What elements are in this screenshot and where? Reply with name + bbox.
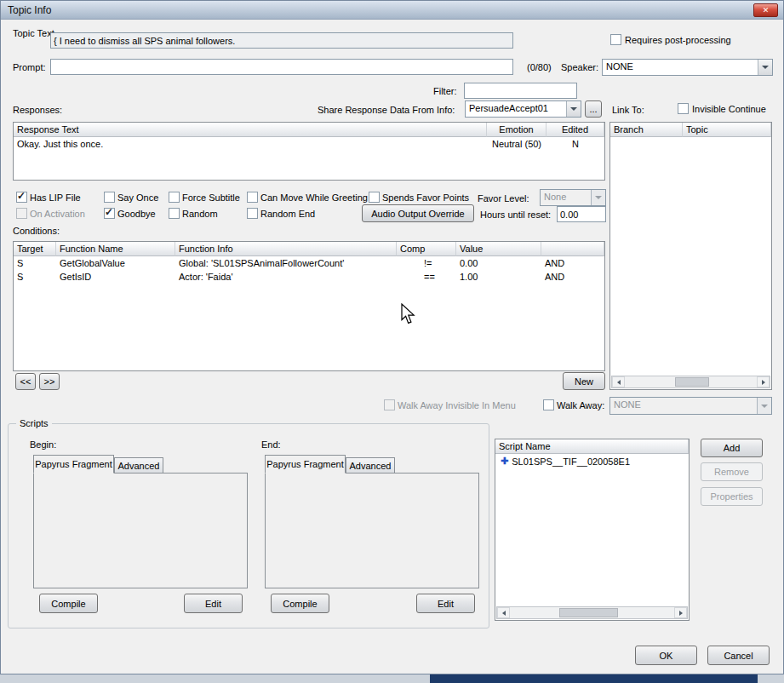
column-header-function-name[interactable]: Function Name	[56, 242, 175, 256]
say-once-checkbox[interactable]	[104, 192, 115, 203]
random-end-checkbox[interactable]	[247, 208, 258, 219]
scroll-right-icon[interactable]	[757, 376, 770, 387]
walk-away-label: Walk Away:	[557, 399, 604, 411]
conditions-next-button[interactable]: >>	[39, 373, 60, 390]
script-list: Script Name ✚ SL01SPS__TIF__020058E1	[495, 439, 690, 621]
chevron-down-icon[interactable]	[758, 60, 772, 75]
end-tabpage	[265, 473, 479, 588]
script-plus-icon: ✚	[495, 456, 512, 467]
walk-away-invisible-label: Walk Away Invisible In Menu	[398, 399, 516, 411]
spends-favor-points-checkbox[interactable]	[369, 192, 380, 203]
script-list-hscrollbar[interactable]	[496, 606, 688, 619]
condition-row[interactable]: S GetIsID Actor: 'Faida' == 1.00 AND	[14, 270, 604, 284]
prompt-input[interactable]	[50, 59, 513, 75]
close-icon: ✕	[763, 6, 770, 14]
end-compile-button[interactable]: Compile	[271, 594, 329, 613]
column-header-edited[interactable]: Edited	[547, 123, 604, 137]
window-title: Topic Info	[8, 4, 51, 16]
response-row[interactable]: Okay. Just this once. Neutral (50) N	[14, 137, 604, 151]
tab-begin-advanced[interactable]: Advanced	[114, 457, 163, 474]
goodbye-checkbox[interactable]	[104, 208, 115, 219]
column-header-function-info[interactable]: Function Info	[175, 242, 397, 256]
force-subtitle-checkbox[interactable]	[169, 192, 180, 203]
script-list-item[interactable]: ✚ SL01SPS__TIF__020058E1	[495, 454, 689, 468]
titlebar[interactable]: Topic Info	[1, 1, 783, 20]
column-header-blank[interactable]	[541, 242, 604, 256]
link-table-hscrollbar[interactable]	[611, 376, 770, 388]
column-header-response-text[interactable]: Response Text	[14, 123, 487, 137]
speaker-label: Speaker:	[561, 61, 598, 73]
prompt-label: Prompt:	[13, 61, 46, 73]
begin-edit-button[interactable]: Edit	[184, 594, 243, 613]
conditions-table-body: S GetGlobalValue Global: 'SL01SPSAnimalF…	[14, 256, 604, 370]
conditions-table: Target Function Name Function Info Comp …	[13, 241, 605, 371]
begin-tabpage	[33, 473, 248, 588]
has-lip-file-checkbox[interactable]	[16, 192, 27, 203]
condition-row[interactable]: S GetGlobalValue Global: 'SL01SPSAnimalF…	[14, 256, 604, 270]
audio-output-override-button[interactable]: Audio Output Override	[362, 204, 474, 222]
favor-level-select: None	[540, 189, 606, 206]
column-header-topic[interactable]: Topic	[683, 123, 771, 137]
topic-text-input[interactable]	[50, 32, 513, 49]
response-table-body: Okay. Just this once. Neutral (50) N	[14, 137, 604, 180]
filter-input[interactable]	[464, 83, 577, 99]
tab-end-advanced[interactable]: Advanced	[346, 457, 395, 474]
scroll-left-icon[interactable]	[612, 376, 625, 387]
column-header-branch[interactable]: Branch	[610, 123, 683, 137]
add-script-button[interactable]: Add	[701, 439, 763, 457]
chevron-down-icon	[757, 398, 771, 414]
responses-label: Responses:	[13, 104, 62, 116]
script-list-body: ✚ SL01SPS__TIF__020058E1	[495, 454, 689, 606]
can-move-while-greeting-checkbox[interactable]	[247, 192, 258, 203]
column-header-comp[interactable]: Comp	[397, 242, 456, 256]
mouse-cursor	[400, 303, 415, 325]
conditions-new-button[interactable]: New	[563, 372, 605, 390]
say-once-label: Say Once	[117, 192, 158, 204]
link-to-label: Link To:	[612, 104, 644, 116]
has-lip-file-label: Has LIP File	[30, 192, 81, 204]
column-header-script-name[interactable]: Script Name	[495, 439, 689, 454]
favor-level-label: Favor Level:	[478, 192, 529, 204]
scroll-left-icon[interactable]	[497, 607, 510, 618]
share-response-select[interactable]: PersuadeAccept01	[465, 100, 581, 118]
walk-away-checkbox[interactable]	[543, 399, 554, 410]
column-header-value[interactable]: Value	[456, 242, 541, 256]
force-subtitle-label: Force Subtitle	[182, 192, 240, 204]
requires-post-processing-checkbox[interactable]	[610, 34, 621, 45]
script-list-header: Script Name	[495, 439, 689, 454]
close-button[interactable]: ✕	[753, 3, 778, 17]
speaker-select[interactable]: NONE	[602, 59, 773, 76]
hours-until-reset-label: Hours until reset:	[480, 209, 551, 221]
script-item-label: SL01SPS__TIF__020058E1	[512, 456, 630, 467]
column-header-emotion[interactable]: Emotion	[487, 123, 547, 137]
conditions-prev-button[interactable]: <<	[15, 373, 36, 390]
invisible-continue-checkbox[interactable]	[678, 103, 689, 114]
taskbar-strip	[0, 674, 784, 683]
end-label: End:	[261, 439, 281, 451]
ok-button[interactable]: OK	[635, 646, 697, 665]
random-checkbox[interactable]	[169, 208, 180, 219]
walk-away-select: NONE	[609, 397, 772, 415]
scroll-right-icon[interactable]	[674, 607, 687, 618]
begin-compile-button[interactable]: Compile	[39, 594, 98, 613]
link-to-table: Branch Topic	[609, 122, 772, 390]
column-header-target[interactable]: Target	[14, 242, 56, 256]
response-table-header: Response Text Emotion Edited	[14, 123, 604, 137]
response-table: Response Text Emotion Edited Okay. Just …	[13, 122, 605, 181]
script-properties-button: Properties	[701, 487, 763, 506]
random-label: Random	[182, 208, 218, 220]
end-edit-button[interactable]: Edit	[416, 594, 475, 613]
chevron-down-icon[interactable]	[566, 101, 581, 117]
link-to-table-body	[610, 137, 771, 376]
cancel-button[interactable]: Cancel	[707, 646, 770, 665]
hours-until-reset-input[interactable]	[557, 206, 606, 222]
spends-favor-points-label: Spends Favor Points	[382, 192, 469, 204]
remove-script-button: Remove	[701, 462, 763, 481]
tab-begin-papyrus-fragment[interactable]: Papyrus Fragment	[33, 455, 114, 474]
share-response-label: Share Response Data From Info:	[318, 104, 455, 116]
share-browse-button[interactable]: ...	[585, 100, 602, 118]
screen: Topic Info ✕ Topic Text Requires post-pr…	[0, 0, 784, 683]
tab-end-papyrus-fragment[interactable]: Papyrus Fragment	[265, 455, 346, 474]
conditions-table-header: Target Function Name Function Info Comp …	[14, 242, 604, 256]
on-activation-checkbox	[16, 208, 27, 219]
